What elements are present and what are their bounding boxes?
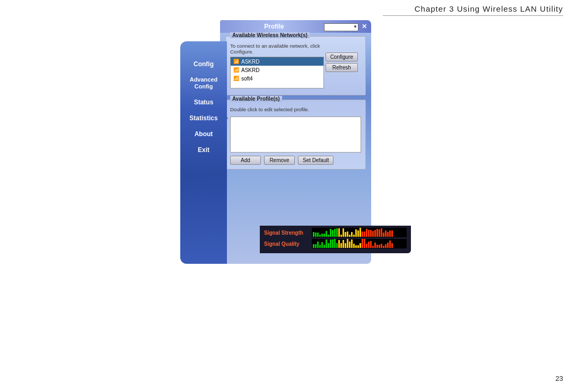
sidebar-item-status-label: Status — [194, 99, 214, 106]
sidebar-item-exit[interactable]: Exit — [182, 143, 225, 157]
refresh-button[interactable]: Refresh — [326, 63, 358, 72]
set-default-button[interactable]: Set Default — [298, 156, 334, 165]
add-button[interactable]: Add — [230, 156, 261, 165]
app-window: Config Advanced Config Status Statistics… — [180, 20, 371, 264]
signal-area: Signal Strength Signal Quality — [260, 226, 411, 253]
sidebar-item-statistics[interactable]: Statistics — [182, 111, 225, 125]
signal-quality-bars — [312, 239, 407, 248]
signal-strength-bars — [312, 228, 407, 237]
network-icon-3: 📶 — [233, 75, 239, 82]
remove-button[interactable]: Remove — [264, 156, 295, 165]
network-item-1[interactable]: 📶 ASKRD — [231, 57, 323, 66]
network-item-2[interactable]: 📶 ASKRD — [231, 66, 323, 74]
available-networks-title: Available Wireless Network(s) — [230, 32, 310, 38]
network-buttons: Configure Refresh — [326, 52, 358, 72]
signal-quality-label: Signal Quality — [264, 241, 312, 247]
close-button[interactable]: ✕ — [362, 23, 367, 30]
network-icon-2: 📶 — [233, 67, 239, 73]
network-name-2: ASKRD — [241, 67, 259, 73]
title-bar: Profile ▼ ✕ — [220, 20, 371, 33]
statistics-arrow — [225, 115, 228, 121]
network-subtitle: To connect to an available network, clic… — [230, 43, 324, 55]
network-list[interactable]: 📶 ASKRD 📶 ASKRD 📶 soft4 — [230, 57, 324, 88]
dialog-content: Available Wireless Network(s) To connect… — [220, 33, 371, 177]
profiles-subtitle: Double click to edit selected profile. — [230, 106, 361, 112]
sidebar-item-about-label: About — [195, 130, 213, 138]
profile-dropdown[interactable] — [324, 23, 358, 31]
main-panel: Profile ▼ ✕ Available Wireless Network(s… — [220, 20, 371, 264]
network-name-1: ASKRD — [241, 59, 259, 65]
sidebar-item-statistics-label: Statistics — [189, 114, 217, 122]
profile-dropdown-wrapper[interactable]: ▼ — [324, 22, 358, 31]
sidebar-item-config[interactable]: Config — [182, 57, 225, 71]
available-networks-section: Available Wireless Network(s) To connect… — [225, 36, 366, 95]
network-name-3: soft4 — [241, 76, 253, 82]
page-number: 23 — [556, 375, 563, 382]
network-item-3[interactable]: 📶 soft4 — [231, 74, 323, 83]
sidebar-item-exit-label: Exit — [198, 146, 209, 154]
network-icon-1: 📶 — [233, 58, 239, 65]
sidebar-item-advanced-config[interactable]: Advanced Config — [182, 73, 225, 93]
signal-strength-row: Signal Strength — [264, 228, 407, 237]
available-profiles-section: Available Profile(s) Double click to edi… — [225, 100, 366, 170]
network-section-inner: To connect to an available network, clic… — [230, 43, 361, 88]
sidebar: Config Advanced Config Status Statistics… — [180, 41, 227, 264]
sidebar-item-config-label: Config — [194, 60, 214, 68]
window-title: Profile — [224, 23, 324, 30]
signal-strength-label: Signal Strength — [264, 230, 312, 236]
profile-buttons: Add Remove Set Default — [230, 156, 361, 165]
sidebar-item-advanced-config-label: Advanced Config — [190, 76, 218, 90]
sidebar-item-about[interactable]: About — [182, 127, 225, 141]
profile-list[interactable] — [230, 117, 361, 153]
sidebar-item-status[interactable]: Status — [182, 95, 225, 109]
page-header: Chapter 3 Using Wireless LAN Utility — [383, 4, 563, 16]
available-profiles-title: Available Profile(s) — [230, 96, 282, 102]
signal-quality-row: Signal Quality — [264, 239, 407, 248]
configure-button[interactable]: Configure — [326, 52, 358, 61]
